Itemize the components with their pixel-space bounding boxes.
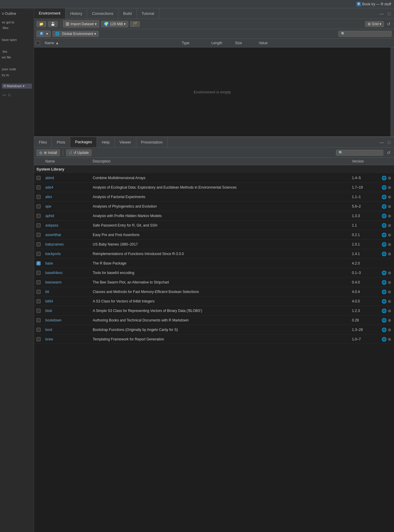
save-btn[interactable]: 💾: [48, 21, 58, 27]
pkg-web-icon[interactable]: 🌐: [382, 242, 387, 247]
pkg-checkbox[interactable]: [36, 309, 41, 313]
pkg-web-icon[interactable]: 🌐: [382, 318, 387, 323]
refresh-env-btn[interactable]: ↺: [386, 21, 392, 27]
pkg-checkbox[interactable]: [36, 328, 41, 332]
open-btn[interactable]: 📁: [36, 21, 46, 27]
pkg-checkbox[interactable]: [36, 299, 41, 303]
col-name-header[interactable]: Name ▲: [43, 41, 180, 45]
tab-tutorial[interactable]: Tutorial: [137, 8, 159, 19]
pkg-name[interactable]: ade4: [43, 185, 90, 190]
pkg-name[interactable]: bit64: [43, 299, 90, 304]
pkg-checkbox[interactable]: [36, 337, 41, 341]
tab-plots[interactable]: Plots: [52, 137, 70, 147]
outline-btn[interactable]: ≡ Outline: [2, 11, 32, 17]
pkg-name[interactable]: babynames: [43, 242, 90, 247]
pkg-web-icon[interactable]: 🌐: [382, 251, 387, 256]
pkg-checkbox[interactable]: [36, 242, 41, 246]
pkg-web-icon[interactable]: 🌐: [382, 185, 387, 190]
pkg-remove-icon[interactable]: ⊗: [388, 204, 391, 209]
pkg-remove-icon[interactable]: ⊗: [388, 223, 391, 228]
pkg-remove-icon[interactable]: ⊗: [388, 280, 391, 285]
pkg-name[interactable]: backports: [43, 251, 90, 257]
tab-build[interactable]: Build: [118, 8, 137, 19]
pkg-remove-icon[interactable]: ⊗: [388, 318, 391, 323]
pkg-name[interactable]: askpass: [43, 223, 90, 228]
pkg-remove-icon[interactable]: ⊗: [388, 232, 391, 237]
pkg-name[interactable]: bookdown: [43, 318, 90, 323]
pkg-checkbox[interactable]: [36, 214, 41, 218]
pkg-web-icon[interactable]: 🌐: [382, 289, 387, 294]
pkg-name[interactable]: brew: [43, 337, 90, 342]
pkg-remove-icon[interactable]: ⊗: [388, 337, 391, 342]
pkg-name[interactable]: blob: [43, 308, 90, 313]
broom-btn[interactable]: 🪄: [130, 21, 140, 27]
maximize-btn[interactable]: □: [8, 92, 11, 98]
update-btn[interactable]: ↺ ↺ Update: [66, 149, 92, 156]
pkg-remove-icon[interactable]: ⊗: [388, 214, 391, 218]
pkg-name[interactable]: aphid: [43, 213, 90, 219]
tab-environment[interactable]: Environment: [34, 8, 65, 19]
pkg-remove-icon[interactable]: ⊗: [388, 327, 391, 332]
pkg-web-icon[interactable]: 🌐: [382, 327, 387, 332]
pkg-checkbox[interactable]: [36, 271, 41, 275]
r-env-btn[interactable]: R ▾: [36, 31, 51, 37]
pkg-web-icon[interactable]: 🌐: [382, 337, 387, 342]
pkg-web-icon[interactable]: 🌐: [382, 232, 387, 237]
pkg-web-icon[interactable]: 🌐: [382, 223, 387, 228]
select-all-checkbox[interactable]: [36, 41, 40, 45]
pkg-name[interactable]: boot: [43, 327, 90, 332]
pkg-checkbox[interactable]: [36, 261, 41, 265]
pkg-name[interactable]: assertthat: [43, 232, 90, 238]
maximize-lower-btn[interactable]: □: [387, 139, 392, 145]
pkg-checkbox[interactable]: [36, 290, 41, 294]
pkg-checkbox[interactable]: [36, 233, 41, 237]
pkg-name[interactable]: bit: [43, 289, 90, 294]
pkg-remove-icon[interactable]: ⊗: [388, 176, 391, 180]
pkg-refresh-btn[interactable]: ↺: [386, 150, 392, 156]
tab-connections[interactable]: Connections: [87, 8, 118, 19]
pkg-remove-icon[interactable]: ⊗: [388, 185, 391, 190]
pkg-web-icon[interactable]: 🌐: [382, 176, 387, 180]
pkg-web-icon[interactable]: 🌐: [382, 195, 387, 199]
maximize-upper-btn[interactable]: □: [387, 11, 392, 17]
pkg-web-icon[interactable]: 🌐: [382, 214, 387, 218]
pkg-name[interactable]: base: [43, 261, 90, 266]
pkg-remove-icon[interactable]: ⊗: [388, 251, 391, 256]
tab-files[interactable]: Files: [34, 137, 52, 147]
pkg-remove-icon[interactable]: ⊗: [388, 242, 391, 247]
minimize-lower-btn[interactable]: —: [379, 139, 385, 145]
pkg-web-icon[interactable]: 🌐: [382, 299, 387, 304]
pkg-web-icon[interactable]: 🌐: [382, 270, 387, 275]
pkg-checkbox[interactable]: [36, 223, 41, 227]
pkg-checkbox[interactable]: [36, 185, 41, 189]
pkg-name[interactable]: ape: [43, 204, 90, 209]
pkg-remove-icon[interactable]: ⊗: [388, 195, 391, 199]
pkg-checkbox[interactable]: [36, 252, 41, 256]
tab-help[interactable]: Help: [97, 137, 115, 147]
tab-presentation[interactable]: Presentation: [136, 137, 168, 147]
pkg-remove-icon[interactable]: ⊗: [388, 308, 391, 313]
install-btn[interactable]: ⊕ ⊕ Install: [36, 149, 60, 156]
pkg-search-input[interactable]: [336, 150, 383, 156]
pkg-name[interactable]: beeswarm: [43, 280, 90, 285]
pkg-web-icon[interactable]: 🌐: [382, 280, 387, 285]
pkg-remove-icon[interactable]: ⊗: [388, 270, 391, 275]
pkg-remove-icon[interactable]: ⊗: [388, 289, 391, 294]
minimize-btn[interactable]: —: [2, 92, 7, 98]
tab-history[interactable]: History: [65, 8, 87, 19]
pkg-name[interactable]: afex: [43, 194, 90, 200]
pkg-checkbox[interactable]: [36, 318, 41, 322]
pkg-name[interactable]: abind: [43, 175, 90, 181]
tab-packages[interactable]: Packages: [70, 137, 97, 147]
import-dataset-btn[interactable]: ⊞ Import Dataset ▾: [63, 20, 99, 28]
env-search-input[interactable]: [338, 31, 392, 37]
pkg-checkbox[interactable]: [36, 280, 41, 284]
memory-btn[interactable]: 🌍 128 MiB ▾: [101, 21, 128, 27]
env-scrollbar[interactable]: [390, 47, 394, 136]
tab-viewer[interactable]: Viewer: [115, 137, 136, 147]
r-markdown-label[interactable]: R Markdown ▾: [2, 84, 32, 89]
pkg-web-icon[interactable]: 🌐: [382, 308, 387, 313]
pkg-checkbox[interactable]: [36, 176, 41, 180]
pkg-web-icon[interactable]: 🌐: [382, 204, 387, 209]
minimize-upper-btn[interactable]: —: [379, 11, 385, 17]
